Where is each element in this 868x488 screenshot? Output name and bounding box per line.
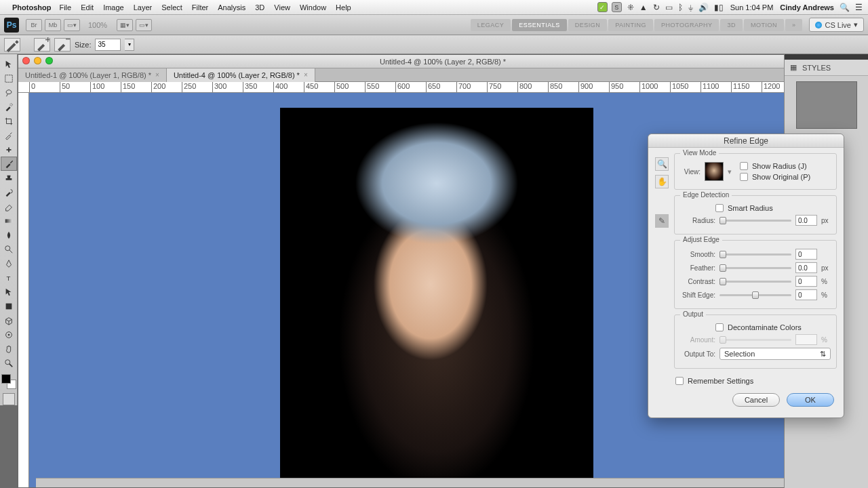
menu-window[interactable]: Window: [300, 3, 326, 12]
shape-tool-icon[interactable]: [1, 299, 17, 313]
view-dropdown-icon[interactable]: ▾: [728, 167, 732, 176]
radius-slider[interactable]: [719, 220, 791, 222]
history-brush-tool-icon[interactable]: [1, 185, 17, 199]
dialog-hand-tool-icon[interactable]: ✋: [655, 175, 669, 188]
slider-thumb-icon[interactable]: [752, 291, 759, 299]
pen-tool-icon[interactable]: [1, 256, 17, 270]
zoom-window-icon[interactable]: [45, 57, 53, 64]
panel-handle[interactable]: [785, 54, 868, 60]
blur-tool-icon[interactable]: [1, 228, 17, 242]
horizontal-ruler[interactable]: 0501001502002503003504004505005506006507…: [18, 82, 867, 93]
quick-select-tool-icon[interactable]: [1, 100, 17, 114]
screen-mode-icon[interactable]: ▭▾: [136, 19, 152, 31]
show-radius-checkbox[interactable]: [740, 162, 748, 170]
workspace-legacy[interactable]: LEGACY: [471, 19, 511, 31]
zoom-tool-icon[interactable]: [1, 356, 17, 370]
menu-image[interactable]: Image: [103, 3, 124, 12]
horizontal-scrollbar[interactable]: [36, 478, 867, 487]
view-extras-icon[interactable]: ▭▾: [64, 19, 80, 31]
dialog-zoom-tool-icon[interactable]: 🔍: [655, 157, 669, 171]
shift-edge-slider[interactable]: [719, 294, 791, 296]
smart-radius-checkbox[interactable]: [715, 204, 724, 212]
brush-tool-icon[interactable]: [1, 157, 17, 171]
document-tab-2[interactable]: Untitled-4 @ 100% (Layer 2, RGB/8) *×: [167, 68, 315, 82]
stamp-tool-icon[interactable]: [1, 171, 17, 185]
contrast-slider[interactable]: [719, 281, 791, 283]
status-badge-2[interactable]: S: [612, 2, 622, 12]
path-select-tool-icon[interactable]: [1, 285, 17, 299]
workspace-more-icon[interactable]: »: [785, 19, 803, 31]
menu-help[interactable]: Help: [336, 3, 351, 12]
workspace-design[interactable]: DESIGN: [568, 19, 608, 31]
workspace-essentials[interactable]: ESSENTIALS: [512, 19, 567, 31]
contrast-input[interactable]: 0: [795, 276, 817, 287]
menubar-user[interactable]: Cindy Andrews: [780, 3, 834, 12]
decontaminate-checkbox[interactable]: [715, 323, 724, 331]
healing-tool-icon[interactable]: [1, 142, 17, 157]
smooth-input[interactable]: 0: [795, 249, 817, 260]
color-swatches[interactable]: [1, 374, 16, 389]
window-controls[interactable]: [22, 57, 53, 64]
dodge-tool-icon[interactable]: [1, 242, 17, 256]
workspace-photography[interactable]: PHOTOGRAPHY: [654, 19, 719, 31]
type-tool-icon[interactable]: T: [1, 270, 17, 285]
eyedropper-tool-icon[interactable]: [1, 128, 17, 142]
ps-logo-icon[interactable]: Ps: [4, 18, 19, 33]
view-thumbnail[interactable]: [705, 162, 724, 181]
close-tab-icon[interactable]: ×: [304, 71, 308, 79]
3d-tool-icon[interactable]: [1, 313, 17, 327]
3d-camera-tool-icon[interactable]: [1, 327, 17, 342]
menu-file[interactable]: File: [59, 3, 71, 12]
brush-mode-add-icon[interactable]: +: [34, 38, 50, 52]
slider-thumb-icon[interactable]: [719, 251, 726, 258]
menu-3d[interactable]: 3D: [255, 3, 264, 12]
radius-input[interactable]: 0.0: [795, 215, 817, 226]
menubar-clock[interactable]: Sun 1:04 PM: [730, 3, 774, 12]
menu-analysis[interactable]: Analysis: [218, 3, 245, 12]
battery-icon[interactable]: ▮▯: [714, 3, 724, 12]
app-menu[interactable]: Photoshop: [12, 3, 51, 12]
sync-icon[interactable]: ↻: [653, 3, 660, 12]
output-to-select[interactable]: Selection⇅: [719, 348, 831, 360]
display-icon[interactable]: ▭: [665, 3, 673, 12]
minimize-window-icon[interactable]: [34, 57, 41, 64]
slider-thumb-icon[interactable]: [719, 217, 726, 224]
spotlight-icon[interactable]: 🔍: [840, 3, 850, 12]
ok-button[interactable]: OK: [787, 393, 834, 407]
smooth-slider[interactable]: [719, 253, 791, 256]
menu-view[interactable]: View: [274, 3, 290, 12]
feather-slider[interactable]: [719, 267, 791, 269]
lasso-tool-icon[interactable]: [1, 85, 17, 100]
volume-icon[interactable]: 🔊: [698, 3, 709, 12]
current-tool-icon[interactable]: [4, 38, 20, 52]
status-badge-1[interactable]: ✓: [597, 2, 608, 12]
remember-settings-checkbox[interactable]: [675, 377, 684, 385]
workspace-motion[interactable]: MOTION: [744, 19, 784, 31]
wifi-icon[interactable]: ⏚: [688, 3, 693, 12]
dropbox-icon[interactable]: ⁜: [627, 3, 634, 12]
refine-radius-tool-icon[interactable]: ✎: [655, 214, 669, 228]
close-tab-icon[interactable]: ×: [155, 71, 159, 79]
zoom-level[interactable]: 100%: [88, 21, 107, 29]
notification-icon[interactable]: ☰: [855, 3, 863, 12]
show-original-checkbox[interactable]: [740, 173, 748, 181]
styles-panel-tab[interactable]: ▦ STYLES: [785, 60, 868, 76]
brush-size-input[interactable]: [95, 39, 121, 51]
shift-edge-input[interactable]: 0: [795, 289, 817, 300]
eraser-tool-icon[interactable]: [1, 199, 17, 214]
bluetooth-icon[interactable]: ᛒ: [678, 3, 683, 12]
dialog-title[interactable]: Refine Edge: [648, 134, 844, 148]
menu-filter[interactable]: Filter: [192, 3, 208, 12]
menu-layer[interactable]: Layer: [134, 3, 153, 12]
gradient-tool-icon[interactable]: [1, 214, 17, 228]
document-titlebar[interactable]: Untitled-4 @ 100% (Layer 2, RGB/8) *: [18, 55, 867, 68]
crop-tool-icon[interactable]: [1, 114, 17, 128]
arrange-docs-icon[interactable]: ▦▾: [117, 19, 133, 31]
brush-size-dropdown[interactable]: ▾: [125, 39, 134, 51]
minibridge-icon[interactable]: Mb: [45, 19, 61, 31]
vertical-ruler[interactable]: [18, 93, 29, 487]
feather-input[interactable]: 0.0: [795, 262, 817, 273]
cancel-button[interactable]: Cancel: [732, 393, 780, 407]
marquee-tool-icon[interactable]: [1, 71, 17, 85]
menu-edit[interactable]: Edit: [81, 3, 94, 12]
